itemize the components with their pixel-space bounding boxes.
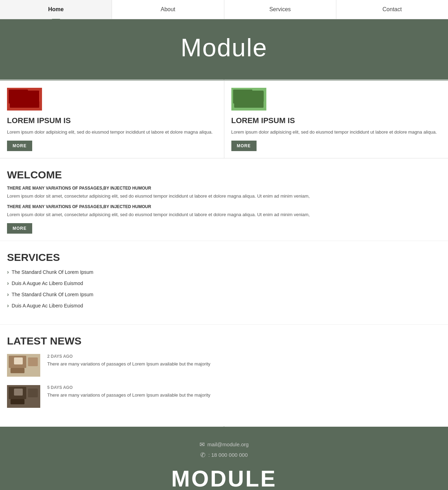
news-thumb-2 bbox=[7, 385, 40, 408]
service-label-1: The Standard Chunk Of Lorem Ipsum bbox=[12, 269, 93, 275]
welcome-title: WELCOME bbox=[7, 169, 441, 181]
svg-rect-1 bbox=[9, 90, 28, 104]
services-section: SERVICES › The Standard Chunk Of Lorem I… bbox=[0, 241, 448, 325]
services-title: SERVICES bbox=[7, 251, 441, 263]
chevron-right-icon-3: › bbox=[7, 291, 9, 298]
svg-rect-19 bbox=[10, 399, 24, 404]
service-item-4: › Duis A Augue Ac Libero Euismod bbox=[7, 303, 441, 309]
news-meta-1: 2 DAYS AGO bbox=[47, 354, 210, 359]
card-1-title: LOREM IPSUM IS bbox=[7, 116, 217, 125]
svg-rect-10 bbox=[238, 104, 245, 106]
welcome-section: WELCOME THERE ARE MANY VARIATIONS OF PAS… bbox=[0, 158, 448, 241]
svg-rect-18 bbox=[28, 389, 38, 397]
news-title: LATEST NEWS bbox=[7, 335, 441, 347]
welcome-block-1: THERE ARE MANY VARIATIONS OF PASSAGES,BY… bbox=[7, 186, 441, 200]
welcome-more-btn[interactable]: MORE bbox=[7, 223, 32, 234]
main-content: LOREM IPSUM IS Lorem ipsum dolor adipisi… bbox=[0, 81, 448, 427]
news-item-2: 5 DAYS AGO There are many variations of … bbox=[7, 385, 441, 408]
nav-contact[interactable]: Contact bbox=[336, 0, 448, 19]
card-image-2 bbox=[231, 88, 266, 111]
welcome-text-2: Lorem ipsum dolor sit amet, consectetur … bbox=[7, 211, 441, 218]
news-thumb-1 bbox=[7, 354, 40, 377]
chevron-right-icon-2: › bbox=[7, 280, 9, 286]
service-item-2: › Duis A Augue Ac Libero Euismod bbox=[7, 280, 441, 286]
chevron-right-icon-4: › bbox=[7, 303, 9, 309]
nav-services[interactable]: Services bbox=[224, 0, 336, 19]
footer-phone: : 18 000 000 000 bbox=[208, 452, 248, 458]
footer: ✉ mail@module.org ✆ : 18 000 000 000 MOD… bbox=[0, 427, 448, 490]
service-item-1: › The Standard Chunk Of Lorem Ipsum bbox=[7, 269, 441, 275]
svg-rect-14 bbox=[10, 368, 24, 373]
news-content-2: 5 DAYS AGO There are many variations of … bbox=[47, 385, 210, 399]
svg-rect-13 bbox=[28, 357, 38, 366]
svg-rect-6 bbox=[233, 90, 252, 104]
welcome-block-2: THERE ARE MANY VARIATIONS OF PASSAGES,BY… bbox=[7, 204, 441, 218]
svg-rect-0 bbox=[7, 88, 42, 111]
footer-phone-row: ✆ : 18 000 000 000 bbox=[7, 451, 441, 459]
news-text-1: There are many variations of passages of… bbox=[47, 361, 210, 368]
welcome-subheading-2: THERE ARE MANY VARIATIONS OF PASSAGES,BY… bbox=[7, 204, 441, 209]
card-2-desc: Lorem ipsum dolor adipisicing elit, sed … bbox=[231, 129, 441, 136]
news-meta-2: 5 DAYS AGO bbox=[47, 385, 210, 390]
svg-rect-8 bbox=[235, 102, 249, 106]
svg-rect-7 bbox=[254, 91, 264, 102]
hero-title: Module bbox=[7, 33, 441, 62]
service-label-2: Duis A Augue Ac Libero Euismod bbox=[12, 280, 83, 286]
chevron-right-icon-1: › bbox=[7, 269, 9, 275]
phone-icon: ✆ bbox=[200, 451, 205, 459]
svg-rect-9 bbox=[237, 91, 249, 100]
welcome-text-1: Lorem ipsum dolor sit amet, consectetur … bbox=[7, 193, 441, 200]
main-nav: Home About Services Contact bbox=[0, 0, 448, 19]
news-text-2: There are many variations of passages of… bbox=[47, 392, 210, 399]
service-item-3: › The Standard Chunk Of Lorem Ipsum bbox=[7, 291, 441, 298]
footer-email-row: ✉ mail@module.org bbox=[7, 441, 441, 448]
svg-rect-5 bbox=[231, 88, 266, 111]
nav-about[interactable]: About bbox=[112, 0, 224, 19]
svg-rect-3 bbox=[10, 102, 24, 106]
footer-email: mail@module.org bbox=[208, 441, 249, 447]
card-2-title: LOREM IPSUM IS bbox=[231, 116, 441, 125]
svg-rect-2 bbox=[30, 91, 40, 102]
card-image-1 bbox=[7, 88, 42, 111]
svg-rect-20 bbox=[14, 389, 23, 396]
card-1-more-btn[interactable]: MORE bbox=[7, 141, 32, 151]
svg-rect-4 bbox=[14, 93, 24, 100]
feature-card-2: LOREM IPSUM IS Lorem ipsum dolor adipisi… bbox=[224, 81, 448, 158]
service-label-3: The Standard Chunk Of Lorem Ipsum bbox=[12, 292, 93, 297]
feature-card-1: LOREM IPSUM IS Lorem ipsum dolor adipisi… bbox=[0, 81, 224, 158]
card-1-desc: Lorem ipsum dolor adipisicing elit, sed … bbox=[7, 129, 217, 136]
nav-home[interactable]: Home bbox=[0, 0, 112, 19]
hero-section: Module bbox=[0, 19, 448, 79]
card-2-more-btn[interactable]: MORE bbox=[231, 141, 257, 151]
service-label-4: Duis A Augue Ac Libero Euismod bbox=[12, 303, 83, 308]
email-icon: ✉ bbox=[200, 441, 205, 448]
news-item-1: 2 DAYS AGO There are many variations of … bbox=[7, 354, 441, 377]
news-section: LATEST NEWS 2 DAYS AGO There are many va… bbox=[0, 325, 448, 427]
feature-cards: LOREM IPSUM IS Lorem ipsum dolor adipisi… bbox=[0, 81, 448, 158]
footer-brand: MODULE bbox=[7, 466, 441, 490]
svg-rect-15 bbox=[14, 357, 23, 364]
news-content-1: 2 DAYS AGO There are many variations of … bbox=[47, 354, 210, 368]
welcome-subheading-1: THERE ARE MANY VARIATIONS OF PASSAGES,BY… bbox=[7, 186, 441, 191]
